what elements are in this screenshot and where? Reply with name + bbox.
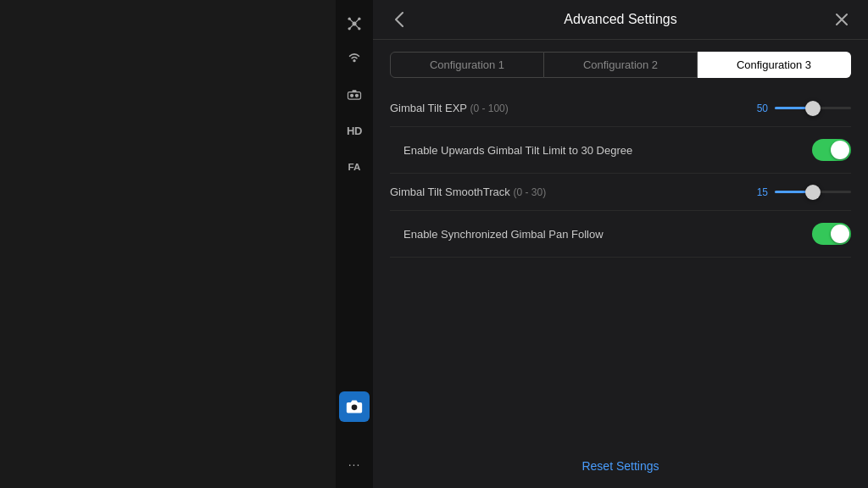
upwards-tilt-limit-row: Enable Upwards Gimbal Tilt Limit to 30 D… — [390, 127, 851, 174]
sidebar-item-camera-settings[interactable] — [339, 80, 370, 110]
hd-label: HD — [347, 125, 362, 137]
upwards-tilt-limit-label: Enable Upwards Gimbal Tilt Limit to 30 D… — [390, 144, 812, 157]
sync-gimbal-pan-label: Enable Synchronized Gimbal Pan Follow — [390, 228, 812, 241]
upwards-tilt-limit-toggle[interactable] — [812, 139, 851, 161]
gimbal-tilt-smooth-row: Gimbal Tilt SmoothTrack (0 - 30) 15 — [390, 174, 851, 211]
gimbal-tilt-exp-track[interactable] — [775, 107, 851, 109]
sidebar-item-hd[interactable]: HD — [339, 115, 370, 146]
reset-button[interactable]: Reset Settings — [581, 459, 659, 473]
reset-container: Reset Settings — [373, 444, 868, 488]
more-dots: ··· — [348, 458, 361, 471]
sync-gimbal-pan-row: Enable Synchronized Gimbal Pan Follow — [390, 211, 851, 258]
back-button[interactable] — [387, 7, 412, 32]
tab-config3[interactable]: Configuration 3 — [698, 52, 851, 78]
sidebar: HD FA ··· — [336, 0, 373, 488]
sidebar-item-more[interactable]: ··· — [339, 449, 370, 480]
svg-rect-11 — [353, 90, 357, 92]
sync-gimbal-pan-knob — [831, 225, 849, 243]
svg-point-10 — [355, 94, 359, 97]
tab-config2[interactable]: Configuration 2 — [544, 52, 698, 78]
gimbal-tilt-smooth-thumb[interactable] — [805, 185, 821, 200]
svg-point-7 — [353, 59, 355, 62]
gimbal-tilt-smooth-value: 15 — [751, 186, 768, 198]
upwards-tilt-limit-knob — [831, 141, 849, 159]
svg-rect-8 — [348, 92, 361, 99]
settings-content: Gimbal Tilt EXP (0 - 100) 50 Enable Upwa… — [373, 90, 868, 444]
svg-point-6 — [353, 22, 357, 26]
gimbal-tilt-smooth-label: Gimbal Tilt SmoothTrack (0 - 30) — [390, 186, 751, 198]
svg-point-13 — [352, 405, 358, 411]
tabs-container: Configuration 1 Configuration 2 Configur… — [373, 40, 868, 90]
gimbal-tilt-exp-thumb[interactable] — [805, 101, 821, 116]
settings-header: Advanced Settings — [373, 0, 868, 40]
svg-text:FA: FA — [348, 161, 361, 172]
gimbal-tilt-exp-slider-container[interactable]: 50 — [751, 103, 851, 114]
gimbal-tilt-smooth-slider-container[interactable]: 15 — [751, 186, 851, 198]
gimbal-tilt-exp-value: 50 — [751, 103, 768, 114]
gimbal-tilt-exp-label: Gimbal Tilt EXP (0 - 100) — [390, 102, 751, 114]
sidebar-item-text[interactable]: FA — [339, 151, 370, 181]
sidebar-item-drone[interactable] — [339, 8, 370, 39]
tab-config1[interactable]: Configuration 1 — [390, 52, 544, 78]
settings-title: Advanced Settings — [564, 12, 676, 27]
camera-view-panel: HD FA ··· — [0, 0, 373, 488]
gimbal-tilt-exp-row: Gimbal Tilt EXP (0 - 100) 50 — [390, 90, 851, 127]
close-button[interactable] — [829, 7, 854, 32]
sidebar-item-signal[interactable] — [339, 44, 370, 75]
sync-gimbal-pan-toggle[interactable] — [812, 223, 851, 245]
settings-panel: Advanced Settings Configuration 1 Config… — [373, 0, 868, 488]
svg-point-9 — [350, 94, 353, 97]
sidebar-item-camera[interactable] — [339, 391, 370, 422]
gimbal-tilt-smooth-track[interactable] — [775, 191, 851, 193]
